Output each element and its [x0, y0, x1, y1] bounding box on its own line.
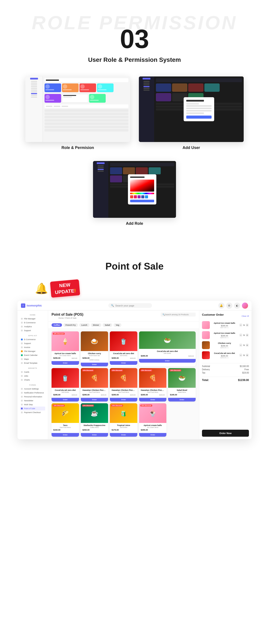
product-info: Apricot ice cream balls Ice Cream Items … [51, 351, 79, 360]
order-item-old-price: $295.00 x 1 [212, 337, 237, 338]
tab-salad[interactable]: Salad [103, 323, 112, 327]
product-card-hawaiian1[interactable]: 🍕 15% Discount Hawaiian Chicken PizzaSmo… [81, 368, 108, 402]
product-order-btn[interactable]: Order [51, 361, 79, 365]
screenshot-frame-add-role [93, 161, 176, 218]
product-order-btn[interactable]: Order [110, 398, 137, 402]
sidebar-item-payment-checkout[interactable]: Payment Checkout [20, 410, 45, 414]
product-order-btn[interactable]: Order [110, 361, 137, 365]
qty-decrease-btn[interactable]: − [239, 323, 243, 327]
sidebar-item-support[interactable]: Support [20, 328, 45, 332]
tab-dinner[interactable]: Dinner [91, 323, 101, 327]
sidebar-item-label: Analytics [24, 326, 32, 328]
product-search[interactable]: 🔍 Search among 16 Products [161, 312, 196, 316]
header-search[interactable]: 🔍 Search your page [108, 303, 152, 308]
sidebar-item-analytics[interactable]: Analytics [20, 324, 45, 328]
tab-veg[interactable]: Veg [114, 323, 121, 327]
order-divider [202, 363, 249, 363]
product-card-drink[interactable]: 🧃 15% Discount Tropical Juice Soft Drink… [110, 403, 137, 437]
sidebar-item-point-of-sale[interactable]: Point of Sale [20, 406, 45, 410]
product-card-hawaiian2[interactable]: 🍕 15% Discount Hawaiian Chicken PizzaSmo… [110, 368, 137, 402]
product-sub: South Asian abs [82, 355, 107, 356]
qty-increase-btn[interactable]: + [246, 344, 249, 347]
settings-icon-btn[interactable]: ⚙ [226, 302, 232, 309]
sidebar-label-home: HOME [20, 314, 45, 316]
sidebar-item-ecommerce2[interactable]: E-Commerce [20, 338, 45, 342]
order-item-details: Apricot ice cream balls $295.00 $307.90 … [212, 322, 237, 328]
order-item-img [202, 331, 210, 339]
delivery-value: Free [244, 368, 249, 371]
sidebar-item-newsletter[interactable]: Newsletter [20, 399, 45, 402]
search-icon: 🔍 [162, 314, 165, 316]
qty-value: 1 [244, 354, 245, 356]
product-card-taco[interactable]: 🌮 15% Discount Taco Fast Food Items $150… [51, 403, 79, 437]
sidebar-item-file-manager[interactable]: File Manager [20, 317, 45, 321]
product-order-btn[interactable]: Order [168, 398, 196, 402]
tab-french-fry[interactable]: French Fry [63, 323, 78, 327]
product-price-row: $175.00 [112, 429, 136, 431]
sidebar-item-support2[interactable]: Support [20, 342, 45, 345]
sidebar-item-label: Notification Preference [24, 392, 44, 394]
product-price-row: $295.00 $200.00 [141, 355, 194, 357]
search-icon: 🔍 [111, 304, 114, 307]
qty-decrease-btn[interactable]: − [239, 344, 243, 347]
product-card-cola[interactable]: 🥤 CocaCola wit zero diet Soft Drinks $29… [110, 332, 137, 366]
product-card-chicken[interactable]: 🍛 Chicken curry South Asian abs $296.00 … [81, 332, 108, 366]
tab-lunch[interactable]: Lunch [79, 323, 89, 327]
product-order-btn[interactable]: Order [81, 363, 108, 366]
clear-all-btn[interactable]: Clear All [242, 315, 249, 317]
product-order-btn[interactable]: Order [81, 433, 108, 437]
product-card-starbucks[interactable]: ☕ 15% Discount Starbucks Frappuccino Cof… [81, 403, 108, 437]
search-placeholder: Search your page [115, 304, 134, 307]
sidebar-dot [21, 358, 23, 360]
order-now-button[interactable]: Order Now [202, 430, 249, 437]
qty-increase-btn[interactable]: + [246, 333, 249, 337]
product-price-row: $295.00 [141, 429, 165, 431]
sidebar-item-maps[interactable]: Maps [20, 357, 45, 361]
product-order-btn[interactable]: Order [139, 433, 167, 437]
tab-coffee[interactable]: Coffee [51, 323, 62, 327]
product-order-btn[interactable]: Order [51, 433, 79, 437]
sidebar-item-event-calendar[interactable]: Event Calendar [20, 353, 45, 357]
pos-order-panel: Customer Order Clear All Apricot ice cre… [199, 310, 252, 439]
order-item-qty: − 1 + [239, 344, 249, 347]
sidebar-item-invoice[interactable]: Invoice [20, 345, 45, 349]
product-price: $295.00 [141, 394, 148, 396]
qty-decrease-btn[interactable]: − [239, 333, 243, 337]
sidebar-item-charts[interactable]: Charts [20, 378, 45, 382]
sidebar-item-ecommerce[interactable]: E-Commerce [20, 321, 45, 324]
product-order-btn[interactable]: Order [139, 359, 196, 363]
product-card-cola3[interactable]: 🥤 CocaCola wit zero diet Soft Drinks $29… [51, 368, 79, 402]
qty-decrease-btn[interactable]: − [239, 354, 243, 357]
sidebar-item-personal-info[interactable]: Personal Information [20, 395, 45, 399]
product-card-cola2[interactable]: 🥗 CocaCola wit zero diet Soft Drinks $29… [139, 332, 196, 366]
screenshot-add-user: Add User [139, 76, 244, 150]
sidebar-item-jobs[interactable]: Jobs [20, 374, 45, 378]
sidebar-item-account-settings[interactable]: Account Settings [20, 387, 45, 391]
product-order-btn[interactable]: Order [110, 433, 137, 437]
product-order-btn[interactable]: Order [51, 398, 79, 402]
notification-icon-btn[interactable]: 🔔 [218, 302, 225, 309]
sidebar-item-notification-pref[interactable]: Notification Preference [20, 391, 45, 395]
user-avatar[interactable] [242, 302, 248, 309]
product-card-icecream2[interactable]: 🍨 15% Discount Apricot cream balls Ice C… [139, 403, 167, 437]
qty-increase-btn[interactable]: + [246, 354, 249, 357]
category-tabs: Coffee French Fry Lunch Dinner Salad Veg [48, 322, 199, 329]
pos-app-body: HOME File Manager E-Commerce Analytics [17, 310, 252, 439]
product-order-btn[interactable]: Order [139, 398, 167, 402]
order-subtotal-row: Subtotal $1160.00 [202, 365, 249, 368]
product-order-btn[interactable]: Order [81, 398, 108, 402]
qty-increase-btn[interactable]: + [246, 323, 249, 327]
product-badge: 15% Discount [111, 370, 123, 371]
product-price-row: $295.00 $200.00 [112, 394, 136, 396]
sidebar-item-multi-step[interactable]: Multi Step [20, 402, 45, 406]
order-item-old-price: $296.00 x 1 [212, 347, 237, 348]
product-price-row: $195.00 [170, 394, 194, 396]
sidebar-item-email-template[interactable]: Email Template [20, 361, 45, 365]
product-card-apricot[interactable]: 🍦 15% Discount Apricot ice cream balls I… [51, 332, 79, 366]
theme-icon-btn[interactable]: ◐ [234, 302, 240, 309]
product-card-hawaiian3[interactable]: 🍕 15% Discount Hawaiian Chicken PizzaSmo… [139, 368, 167, 402]
sidebar-item-file-manager2[interactable]: File Manager [20, 349, 45, 353]
product-info: CocaCola wit zero diet Soft Drinks $295.… [51, 388, 79, 397]
product-card-salad[interactable]: 🥗 15% Discount Salad Bowl Salad Items $1… [168, 368, 196, 402]
sidebar-item-cards[interactable]: Cards [20, 370, 45, 374]
